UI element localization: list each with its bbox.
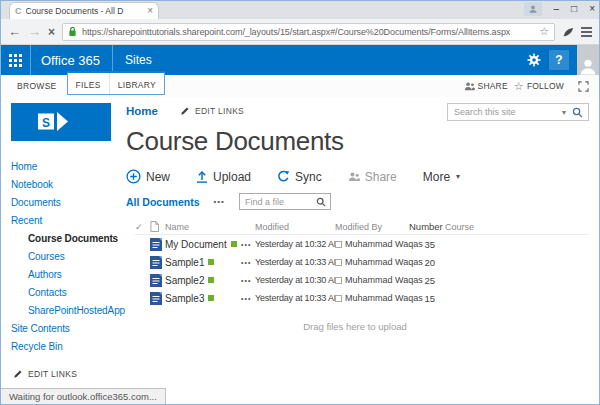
padlock-icon bbox=[68, 26, 77, 37]
user-avatar[interactable] bbox=[577, 45, 599, 75]
column-name[interactable]: Name bbox=[165, 222, 241, 232]
word-doc-icon bbox=[150, 274, 162, 287]
file-type-column-icon[interactable] bbox=[150, 221, 165, 232]
page-icon bbox=[150, 221, 159, 232]
gear-icon[interactable] bbox=[527, 53, 541, 67]
edit-links-label: EDIT LINKS bbox=[28, 369, 77, 379]
new-label: New bbox=[146, 170, 170, 184]
back-button[interactable]: ← bbox=[8, 24, 21, 39]
row-menu-ellipsis[interactable]: ••• bbox=[241, 241, 255, 248]
sidebar-item-site-contents[interactable]: Site Contents bbox=[1, 319, 121, 337]
column-number[interactable]: Number bbox=[409, 221, 441, 232]
table-row[interactable]: Sample2 ••• Yesterday at 10:30 AM Muhamm… bbox=[135, 271, 589, 289]
sidebar-item-course-documents[interactable]: Course Documents bbox=[1, 229, 121, 247]
browser-status-bar: Waiting for outlook.office365.com... bbox=[1, 388, 166, 404]
row-menu-ellipsis[interactable]: ••• bbox=[241, 295, 255, 302]
share-document-button[interactable]: Share bbox=[348, 170, 397, 184]
sidebar-item-notebook[interactable]: Notebook bbox=[1, 175, 121, 193]
sidebar-edit-links[interactable]: EDIT LINKS bbox=[1, 369, 121, 379]
upload-label: Upload bbox=[213, 170, 251, 184]
sidebar-item-recent[interactable]: Recent bbox=[1, 211, 121, 229]
chevron-down-icon[interactable]: ▾ bbox=[562, 108, 566, 117]
upload-button[interactable]: Upload bbox=[196, 170, 251, 184]
office365-brand-link[interactable]: Office 365 bbox=[41, 53, 100, 68]
tab-title: Course Documents - All D bbox=[26, 6, 144, 16]
find-file-box[interactable] bbox=[239, 193, 331, 210]
browser-profile-button[interactable] bbox=[524, 2, 542, 16]
sites-link[interactable]: Sites bbox=[125, 53, 152, 67]
chevron-down-icon: ▾ bbox=[456, 172, 460, 181]
table-row[interactable]: Sample1 ••• Yesterday at 10:33 AM Muhamm… bbox=[135, 253, 589, 271]
column-modified[interactable]: Modified bbox=[255, 222, 335, 232]
follow-label: FOLLOW bbox=[527, 81, 564, 91]
table-row[interactable]: Sample3 ••• Yesterday at 10:33 AM Muhamm… bbox=[135, 289, 589, 307]
content-area: Home EDIT LINKS ▾ Course Documents New bbox=[121, 97, 599, 404]
more-button[interactable]: More ▾ bbox=[423, 170, 460, 184]
sync-label: Sync bbox=[295, 170, 322, 184]
column-course[interactable]: Course bbox=[441, 222, 501, 232]
view-all-documents[interactable]: All Documents bbox=[126, 196, 200, 208]
find-file-input[interactable] bbox=[245, 197, 316, 207]
address-bar[interactable]: https://sharepointtutorials.sharepoint.c… bbox=[62, 23, 555, 41]
sidebar-item-sharepointhostedapp[interactable]: SharePointHostedApp bbox=[1, 301, 121, 319]
row-menu-ellipsis[interactable]: ••• bbox=[241, 259, 255, 266]
row-menu-ellipsis[interactable]: ••• bbox=[241, 277, 255, 284]
sidebar-item-documents[interactable]: Documents bbox=[1, 193, 121, 211]
tab-browse[interactable]: BROWSE bbox=[11, 81, 63, 91]
select-all-checkmark[interactable]: ✓ bbox=[135, 222, 150, 232]
focus-on-content-button[interactable] bbox=[578, 81, 589, 92]
document-library: ✓ Name Modified Modified By Number Cours… bbox=[135, 219, 589, 332]
page-edit-links[interactable]: EDIT LINKS bbox=[180, 106, 244, 116]
new-button[interactable]: New bbox=[126, 169, 170, 184]
file-name-link[interactable]: Sample2 bbox=[165, 275, 204, 286]
bookmark-star-icon[interactable]: ☆ bbox=[539, 25, 549, 38]
site-search-input[interactable] bbox=[454, 107, 562, 117]
minimize-button[interactable]: – bbox=[554, 2, 560, 16]
sidebar-item-courses[interactable]: Courses bbox=[1, 247, 121, 265]
stop-button[interactable]: × bbox=[48, 25, 55, 39]
drag-files-hint: Drag files here to upload bbox=[135, 321, 575, 332]
number-cell: 35 bbox=[409, 239, 441, 250]
sidebar-item-authors[interactable]: Authors bbox=[1, 265, 121, 283]
star-icon: ☆ bbox=[514, 80, 524, 93]
edit-links-label: EDIT LINKS bbox=[195, 106, 244, 116]
new-badge bbox=[208, 295, 214, 301]
url-text: https://sharepointtutorials.sharepoint.c… bbox=[82, 27, 534, 37]
status-text: Waiting for outlook.office365.com... bbox=[9, 391, 157, 402]
maximize-button[interactable]: □ bbox=[571, 2, 577, 16]
share-button[interactable]: SHARE bbox=[464, 81, 508, 92]
word-doc-icon bbox=[150, 256, 162, 269]
sidebar-item-contacts[interactable]: Contacts bbox=[1, 283, 121, 301]
extension-icon[interactable] bbox=[562, 26, 574, 38]
search-icon[interactable] bbox=[316, 197, 326, 207]
share-label: Share bbox=[365, 170, 397, 184]
sidebar-item-home[interactable]: Home bbox=[1, 157, 121, 175]
follow-button[interactable]: ☆ FOLLOW bbox=[514, 80, 564, 93]
forward-button[interactable]: → bbox=[28, 24, 41, 39]
sidebar-item-recycle-bin[interactable]: Recycle Bin bbox=[1, 337, 121, 355]
waffle-icon bbox=[9, 54, 22, 67]
table-row[interactable]: My Document ••• Yesterday at 10:32 AM Mu… bbox=[135, 235, 589, 253]
close-button[interactable]: × bbox=[589, 2, 595, 16]
browser-window: C Course Documents - All D × – □ × ← → ×… bbox=[0, 0, 600, 405]
sharepoint-logo[interactable]: S bbox=[11, 103, 111, 141]
file-name-link[interactable]: My Document bbox=[165, 239, 227, 250]
help-button[interactable]: ? bbox=[549, 50, 569, 70]
tab-library[interactable]: LIBRARY bbox=[109, 73, 164, 94]
search-icon[interactable] bbox=[572, 107, 583, 118]
browser-tab[interactable]: C Course Documents - All D × bbox=[9, 2, 159, 19]
tab-files[interactable]: FILES bbox=[68, 73, 109, 94]
site-search-box[interactable]: ▾ bbox=[447, 103, 589, 121]
file-name-link[interactable]: Sample1 bbox=[165, 257, 204, 268]
column-modified-by[interactable]: Modified By bbox=[335, 222, 409, 232]
library-tools-tab-group: FILES LIBRARY bbox=[67, 71, 165, 95]
file-name-link[interactable]: Sample3 bbox=[165, 293, 204, 304]
plus-circle-icon bbox=[126, 169, 141, 184]
browser-menu-icon[interactable] bbox=[581, 25, 592, 39]
app-launcher-button[interactable] bbox=[1, 45, 31, 75]
word-doc-icon bbox=[150, 292, 162, 305]
tab-close-icon[interactable]: × bbox=[147, 6, 153, 16]
breadcrumb-home-link[interactable]: Home bbox=[126, 105, 158, 117]
sync-button[interactable]: Sync bbox=[277, 170, 322, 184]
view-options-ellipsis[interactable]: ••• bbox=[214, 197, 225, 206]
